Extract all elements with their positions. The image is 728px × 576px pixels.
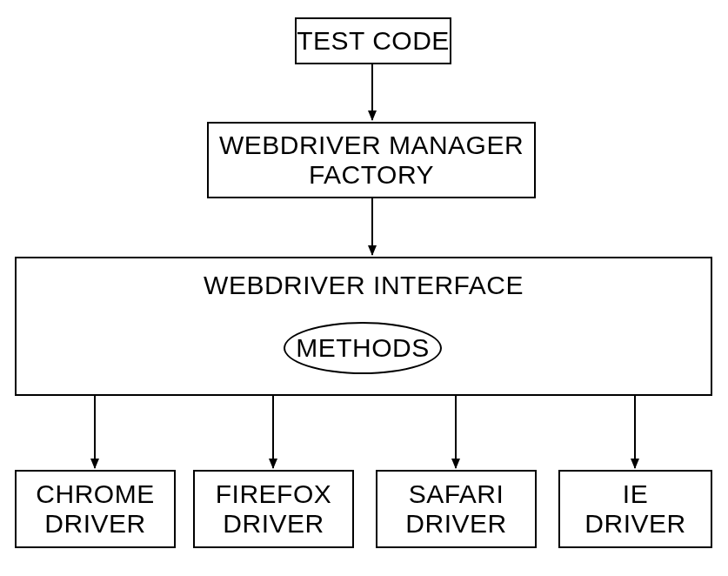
node-firefox-driver: FIREFOXDRIVER xyxy=(193,470,354,548)
node-safari-label: SAFARIDRIVER xyxy=(405,479,506,539)
node-ie-label: IEDRIVER xyxy=(584,479,685,539)
node-test-code-label: TEST CODE xyxy=(297,26,450,57)
node-interface-label: WEBDRIVER INTERFACE xyxy=(204,271,524,301)
node-methods-label: METHODS xyxy=(296,333,430,363)
node-methods: METHODS xyxy=(284,322,442,374)
node-factory: WEBDRIVER MANAGERFACTORY xyxy=(207,122,536,198)
node-safari-driver: SAFARIDRIVER xyxy=(376,470,537,548)
node-test-code: TEST CODE xyxy=(295,17,451,64)
node-factory-label: WEBDRIVER MANAGERFACTORY xyxy=(219,131,524,191)
node-chrome-driver: CHROMEDRIVER xyxy=(15,470,176,548)
node-firefox-label: FIREFOXDRIVER xyxy=(216,479,332,539)
node-chrome-label: CHROMEDRIVER xyxy=(36,479,154,539)
node-ie-driver: IEDRIVER xyxy=(558,470,712,548)
